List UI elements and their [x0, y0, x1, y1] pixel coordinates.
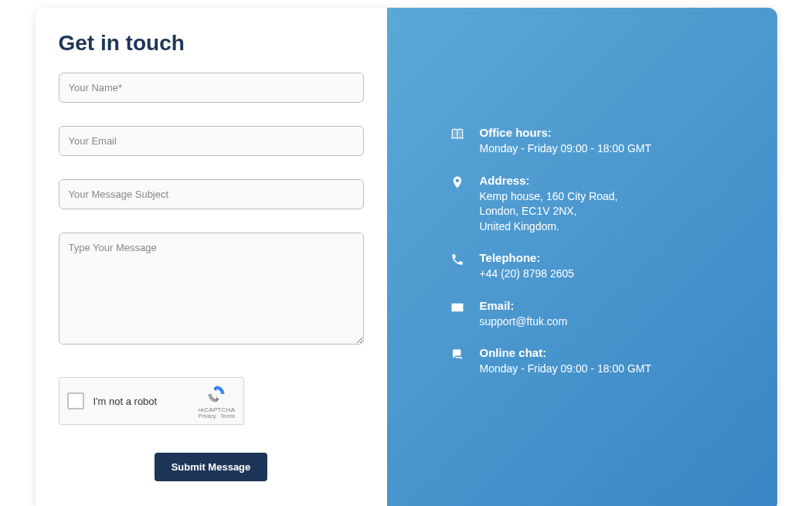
- info-value: Kemp house, 160 City Road, London, EC1V …: [480, 189, 618, 235]
- subject-input[interactable]: [59, 179, 364, 209]
- info-address: Address: Kemp house, 160 City Road, Lond…: [449, 174, 754, 235]
- message-textarea[interactable]: [59, 233, 364, 345]
- chat-icon: [449, 346, 466, 363]
- info-label: Online chat:: [480, 346, 652, 359]
- info-value: Monday - Friday 09:00 - 18:00 GMT: [480, 141, 652, 157]
- recaptcha-brand-text: reCAPTCHA: [198, 406, 235, 413]
- contact-form-panel: Get in touch I'm not a robot reCAPTCHA P…: [36, 8, 387, 506]
- contact-info-panel: Office hours: Monday - Friday 09:00 - 18…: [387, 8, 777, 506]
- info-value: +44 (20) 8798 2605: [480, 267, 575, 282]
- submit-button[interactable]: Submit Message: [155, 453, 268, 481]
- recaptcha-branding: reCAPTCHA Privacy · Terms: [198, 383, 235, 419]
- page-title: Get in touch: [59, 31, 364, 56]
- info-online-chat: Online chat: Monday - Friday 09:00 - 18:…: [449, 346, 754, 377]
- info-office-hours: Office hours: Monday - Friday 09:00 - 18…: [449, 126, 754, 157]
- info-label: Telephone:: [480, 251, 575, 264]
- envelope-icon: [449, 299, 466, 316]
- info-label: Office hours:: [480, 126, 652, 139]
- info-email: Email: support@ftuk.com: [449, 299, 754, 330]
- submit-row: Submit Message: [59, 453, 364, 481]
- pin-icon: [449, 174, 466, 191]
- recaptcha-label: I'm not a robot: [93, 396, 199, 407]
- info-label: Address:: [480, 174, 618, 187]
- recaptcha-checkbox[interactable]: [67, 392, 84, 409]
- email-input[interactable]: [59, 126, 364, 156]
- name-input[interactable]: [59, 73, 364, 103]
- info-telephone: Telephone: +44 (20) 8798 2605: [449, 251, 754, 282]
- recaptcha-icon: [206, 383, 227, 405]
- recaptcha-terms-text: Privacy · Terms: [198, 413, 235, 419]
- book-icon: [449, 126, 466, 143]
- contact-card: Get in touch I'm not a robot reCAPTCHA P…: [36, 8, 777, 506]
- info-value: support@ftuk.com: [480, 314, 568, 330]
- info-value: Monday - Friday 09:00 - 18:00 GMT: [480, 362, 652, 377]
- phone-icon: [449, 251, 466, 268]
- info-label: Email:: [480, 299, 568, 312]
- recaptcha-widget: I'm not a robot reCAPTCHA Privacy · Term…: [59, 377, 244, 425]
